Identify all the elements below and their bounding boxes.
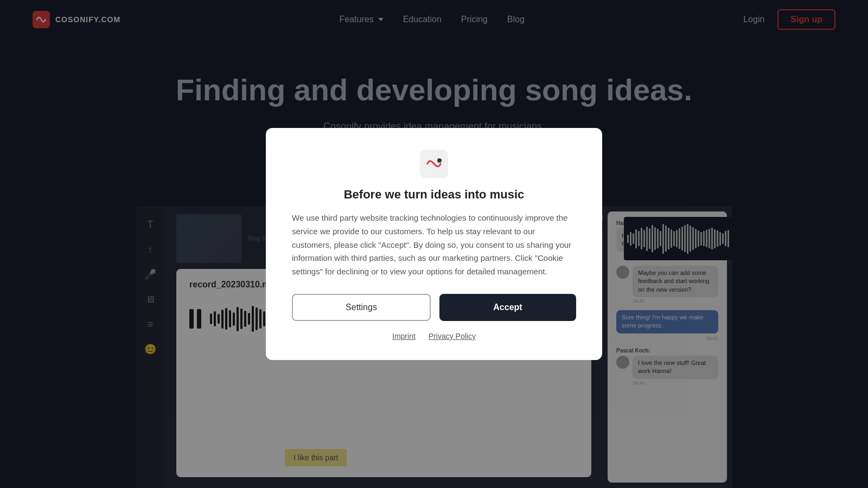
modal-button-row: Settings Accept [292,294,576,321]
modal-title: Before we turn ideas into music [292,188,576,202]
modal-logo [292,150,576,178]
svg-point-2 [437,158,442,163]
modal-overlay: Before we turn ideas into music We use t… [0,0,868,488]
imprint-link[interactable]: Imprint [392,332,416,341]
accept-button[interactable]: Accept [439,294,576,321]
privacy-link[interactable]: Privacy Policy [429,332,476,341]
modal-body: We use third party website tracking tech… [292,211,576,279]
cookie-modal: Before we turn ideas into music We use t… [266,128,602,360]
modal-logo-icon [420,150,448,178]
modal-footer: Imprint Privacy Policy [292,332,576,341]
settings-button[interactable]: Settings [292,294,431,321]
